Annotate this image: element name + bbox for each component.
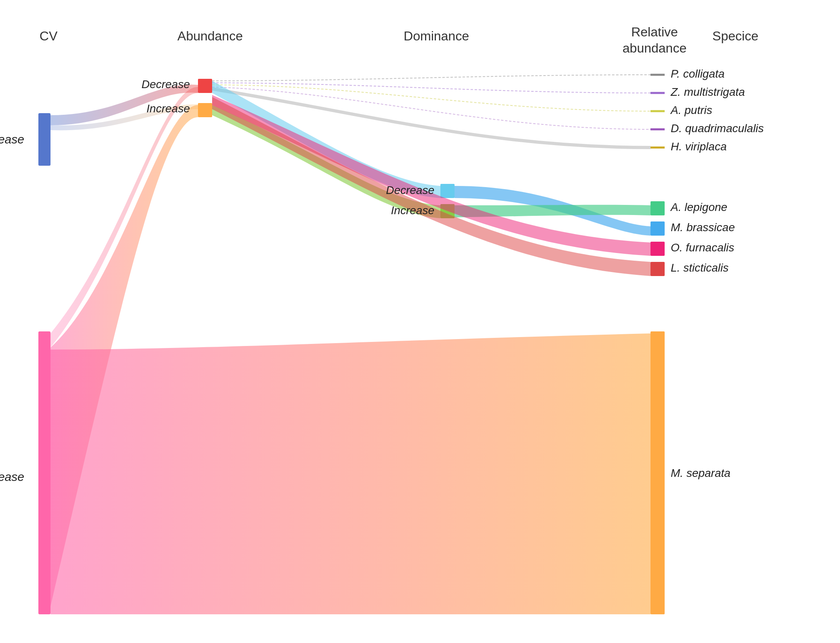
species-o-furnacalis-node <box>651 242 665 256</box>
cv-decrease-node <box>38 113 51 166</box>
col-species-label: Specice <box>712 29 758 43</box>
species-a-lepigone-node <box>651 201 665 215</box>
cv-increase-label: Increase <box>0 470 24 483</box>
chart-container: CV Abundance Dominance Relative abundanc… <box>0 0 840 643</box>
col-relative-abundance-label2: abundance <box>623 41 686 55</box>
col-relative-abundance-label: Relative <box>631 25 678 39</box>
cv-decrease-label: Decrease <box>0 133 24 146</box>
col-dominance-label: Dominance <box>404 29 469 43</box>
abundance-decrease-label: Decrease <box>141 78 190 91</box>
species-o-furnacalis-label: O. furnacalis <box>671 241 734 254</box>
species-m-separata-label: M. separata <box>671 467 731 479</box>
species-d-quadrimaculalis-label: D. quadrimaculalis <box>671 122 764 135</box>
col-cv-label: CV <box>40 29 58 43</box>
species-a-putris-label: A. putris <box>670 104 712 116</box>
flow-increase-m-separata <box>51 333 651 614</box>
species-z-multistrigata-label: Z. multistrigata <box>670 86 745 98</box>
flow-abund-p-colligata <box>212 75 651 81</box>
species-m-brassicae-node <box>651 221 665 236</box>
species-l-sticticalis-node <box>651 262 665 276</box>
abundance-decrease-node <box>198 79 212 93</box>
species-h-viriplaca-label: H. viriplaca <box>671 140 726 153</box>
abundance-increase-node <box>198 103 212 117</box>
dominance-decrease-node <box>440 184 455 198</box>
col-abundance-label: Abundance <box>177 29 243 43</box>
cv-increase-node <box>38 331 51 614</box>
dominance-decrease-label: Decrease <box>386 184 434 196</box>
dominance-increase-label: Increase <box>391 204 434 217</box>
species-l-sticticalis-label: L. sticticalis <box>671 261 728 274</box>
sankey-svg: CV Abundance Dominance Relative abundanc… <box>0 0 840 643</box>
species-a-lepigone-label: A. lepigone <box>670 201 727 213</box>
species-m-separata-node <box>651 331 665 614</box>
flow-abund-dominance-dec <box>212 81 440 198</box>
species-m-brassicae-label: M. brassicae <box>671 221 735 234</box>
flow-abund-a-putris <box>212 85 651 111</box>
species-p-colligata-label: P. colligata <box>671 67 724 80</box>
abundance-increase-label: Increase <box>147 102 190 115</box>
